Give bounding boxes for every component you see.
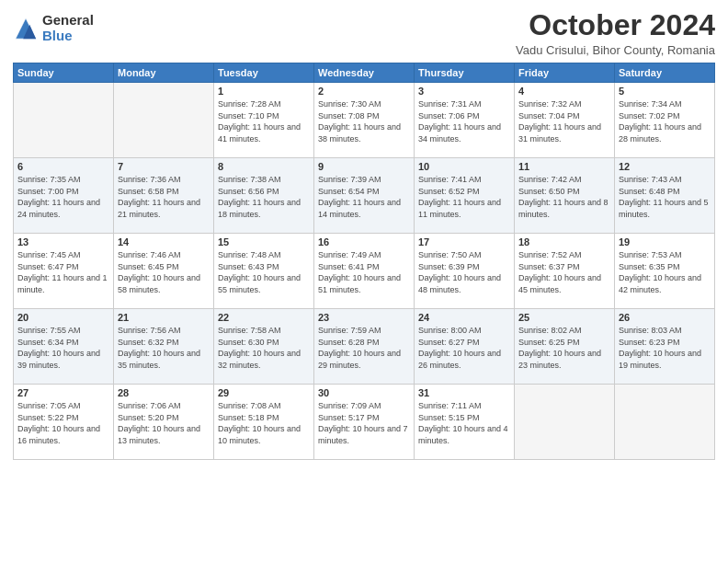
calendar-day-cell: 13Sunrise: 7:45 AMSunset: 6:47 PMDayligh… <box>14 234 114 309</box>
calendar-day-cell <box>515 385 615 460</box>
day-number: 23 <box>318 312 410 323</box>
day-number: 8 <box>218 161 310 172</box>
day-detail: Sunrise: 7:49 AMSunset: 6:41 PMDaylight:… <box>318 249 410 295</box>
day-number: 5 <box>619 86 711 97</box>
day-detail: Sunrise: 7:56 AMSunset: 6:32 PMDaylight:… <box>118 325 210 371</box>
day-number: 12 <box>619 161 711 172</box>
calendar-day-cell: 12Sunrise: 7:43 AMSunset: 6:48 PMDayligh… <box>615 158 715 234</box>
calendar-day-cell: 10Sunrise: 7:41 AMSunset: 6:52 PMDayligh… <box>415 158 515 234</box>
calendar-day-cell: 31Sunrise: 7:11 AMSunset: 5:15 PMDayligh… <box>415 385 515 460</box>
calendar-day-cell: 29Sunrise: 7:08 AMSunset: 5:18 PMDayligh… <box>214 385 314 460</box>
day-number: 16 <box>318 236 410 247</box>
day-detail: Sunrise: 8:02 AMSunset: 6:25 PMDaylight:… <box>518 325 610 371</box>
day-number: 9 <box>318 161 410 172</box>
logo-general-text: General <box>42 13 94 29</box>
day-number: 29 <box>218 387 310 398</box>
day-detail: Sunrise: 7:08 AMSunset: 5:18 PMDaylight:… <box>218 400 310 446</box>
day-number: 24 <box>418 312 510 323</box>
day-detail: Sunrise: 7:31 AMSunset: 7:06 PMDaylight:… <box>418 98 510 144</box>
calendar-day-cell: 5Sunrise: 7:34 AMSunset: 7:02 PMDaylight… <box>615 83 715 158</box>
header-sunday: Sunday <box>14 63 114 83</box>
calendar-day-cell <box>14 83 114 158</box>
day-number: 25 <box>518 312 610 323</box>
day-detail: Sunrise: 7:46 AMSunset: 6:45 PMDaylight:… <box>118 249 210 295</box>
page: General Blue October 2024 Vadu Crisului,… <box>0 0 728 563</box>
calendar-week-row: 1Sunrise: 7:28 AMSunset: 7:10 PMDaylight… <box>14 83 715 158</box>
day-detail: Sunrise: 7:38 AMSunset: 6:56 PMDaylight:… <box>218 174 310 220</box>
day-number: 2 <box>318 86 410 97</box>
day-detail: Sunrise: 7:06 AMSunset: 5:20 PMDaylight:… <box>118 400 210 446</box>
day-detail: Sunrise: 7:42 AMSunset: 6:50 PMDaylight:… <box>518 174 610 220</box>
day-number: 11 <box>518 161 610 172</box>
day-number: 15 <box>218 236 310 247</box>
calendar-day-cell: 7Sunrise: 7:36 AMSunset: 6:58 PMDaylight… <box>114 158 214 234</box>
day-number: 19 <box>619 236 711 247</box>
day-detail: Sunrise: 8:03 AMSunset: 6:23 PMDaylight:… <box>619 325 711 371</box>
day-detail: Sunrise: 7:05 AMSunset: 5:22 PMDaylight:… <box>17 400 109 446</box>
logo: General Blue <box>13 13 94 43</box>
calendar-day-cell: 30Sunrise: 7:09 AMSunset: 5:17 PMDayligh… <box>314 385 415 460</box>
calendar-day-cell: 20Sunrise: 7:55 AMSunset: 6:34 PMDayligh… <box>14 309 114 385</box>
day-number: 13 <box>17 236 109 247</box>
header: General Blue October 2024 Vadu Crisului,… <box>13 9 715 57</box>
calendar-day-cell: 23Sunrise: 7:59 AMSunset: 6:28 PMDayligh… <box>314 309 415 385</box>
day-number: 10 <box>418 161 510 172</box>
header-friday: Friday <box>515 63 615 83</box>
day-number: 14 <box>118 236 210 247</box>
location-subtitle: Vadu Crisului, Bihor County, Romania <box>516 43 715 57</box>
day-detail: Sunrise: 7:48 AMSunset: 6:43 PMDaylight:… <box>218 249 310 295</box>
day-detail: Sunrise: 7:36 AMSunset: 6:58 PMDaylight:… <box>118 174 210 220</box>
header-thursday: Thursday <box>415 63 515 83</box>
header-tuesday: Tuesday <box>214 63 314 83</box>
day-number: 20 <box>17 312 109 323</box>
logo-text: General Blue <box>42 13 94 43</box>
day-number: 28 <box>118 387 210 398</box>
calendar-day-cell: 4Sunrise: 7:32 AMSunset: 7:04 PMDaylight… <box>515 83 615 158</box>
calendar-day-cell: 22Sunrise: 7:58 AMSunset: 6:30 PMDayligh… <box>214 309 314 385</box>
calendar-table: Sunday Monday Tuesday Wednesday Thursday… <box>13 63 715 460</box>
logo-blue-text: Blue <box>42 29 94 44</box>
day-number: 18 <box>518 236 610 247</box>
header-monday: Monday <box>114 63 214 83</box>
calendar-week-row: 20Sunrise: 7:55 AMSunset: 6:34 PMDayligh… <box>14 309 715 385</box>
weekday-header-row: Sunday Monday Tuesday Wednesday Thursday… <box>14 63 715 83</box>
calendar-day-cell: 6Sunrise: 7:35 AMSunset: 7:00 PMDaylight… <box>14 158 114 234</box>
day-detail: Sunrise: 7:59 AMSunset: 6:28 PMDaylight:… <box>318 325 410 371</box>
calendar-day-cell: 21Sunrise: 7:56 AMSunset: 6:32 PMDayligh… <box>114 309 214 385</box>
day-detail: Sunrise: 7:43 AMSunset: 6:48 PMDaylight:… <box>619 174 711 220</box>
calendar-day-cell: 19Sunrise: 7:53 AMSunset: 6:35 PMDayligh… <box>615 234 715 309</box>
calendar-day-cell <box>114 83 214 158</box>
calendar-day-cell: 14Sunrise: 7:46 AMSunset: 6:45 PMDayligh… <box>114 234 214 309</box>
header-saturday: Saturday <box>615 63 715 83</box>
day-detail: Sunrise: 7:30 AMSunset: 7:08 PMDaylight:… <box>318 98 410 144</box>
calendar-day-cell: 18Sunrise: 7:52 AMSunset: 6:37 PMDayligh… <box>515 234 615 309</box>
calendar-day-cell: 28Sunrise: 7:06 AMSunset: 5:20 PMDayligh… <box>114 385 214 460</box>
calendar-day-cell: 1Sunrise: 7:28 AMSunset: 7:10 PMDaylight… <box>214 83 314 158</box>
day-number: 17 <box>418 236 510 247</box>
day-number: 3 <box>418 86 510 97</box>
day-detail: Sunrise: 7:28 AMSunset: 7:10 PMDaylight:… <box>218 98 310 144</box>
calendar-day-cell <box>615 385 715 460</box>
day-number: 22 <box>218 312 310 323</box>
calendar-day-cell: 17Sunrise: 7:50 AMSunset: 6:39 PMDayligh… <box>415 234 515 309</box>
calendar-day-cell: 24Sunrise: 8:00 AMSunset: 6:27 PMDayligh… <box>415 309 515 385</box>
day-detail: Sunrise: 7:55 AMSunset: 6:34 PMDaylight:… <box>17 325 109 371</box>
calendar-day-cell: 3Sunrise: 7:31 AMSunset: 7:06 PMDaylight… <box>415 83 515 158</box>
day-detail: Sunrise: 7:32 AMSunset: 7:04 PMDaylight:… <box>518 98 610 144</box>
header-wednesday: Wednesday <box>314 63 415 83</box>
logo-icon <box>13 16 39 41</box>
day-detail: Sunrise: 7:34 AMSunset: 7:02 PMDaylight:… <box>619 98 711 144</box>
title-block: October 2024 Vadu Crisului, Bihor County… <box>516 9 715 57</box>
day-detail: Sunrise: 7:35 AMSunset: 7:00 PMDaylight:… <box>17 174 109 220</box>
calendar-day-cell: 8Sunrise: 7:38 AMSunset: 6:56 PMDaylight… <box>214 158 314 234</box>
calendar-day-cell: 25Sunrise: 8:02 AMSunset: 6:25 PMDayligh… <box>515 309 615 385</box>
calendar-day-cell: 27Sunrise: 7:05 AMSunset: 5:22 PMDayligh… <box>14 385 114 460</box>
day-detail: Sunrise: 7:41 AMSunset: 6:52 PMDaylight:… <box>418 174 510 220</box>
calendar-day-cell: 15Sunrise: 7:48 AMSunset: 6:43 PMDayligh… <box>214 234 314 309</box>
day-detail: Sunrise: 7:45 AMSunset: 6:47 PMDaylight:… <box>17 249 109 295</box>
day-number: 7 <box>118 161 210 172</box>
day-detail: Sunrise: 7:11 AMSunset: 5:15 PMDaylight:… <box>418 400 510 446</box>
day-number: 26 <box>619 312 711 323</box>
day-detail: Sunrise: 7:58 AMSunset: 6:30 PMDaylight:… <box>218 325 310 371</box>
day-number: 30 <box>318 387 410 398</box>
